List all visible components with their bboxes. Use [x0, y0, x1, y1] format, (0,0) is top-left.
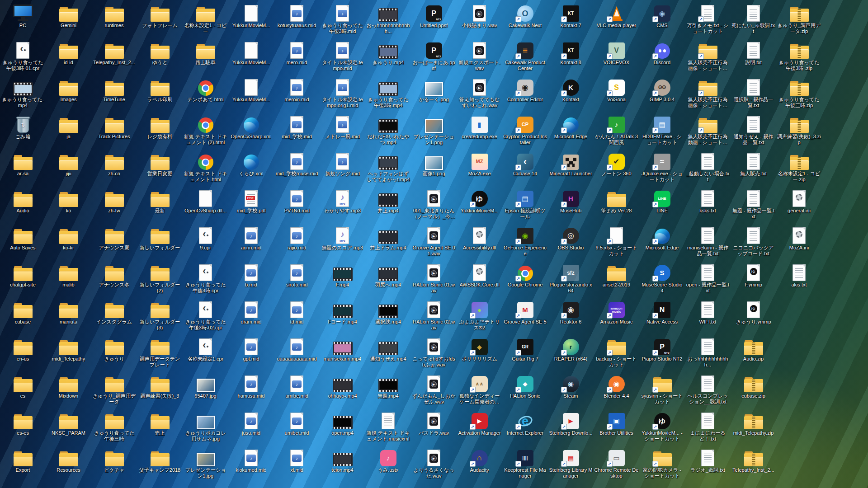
desktop-icon[interactable]: 無題.mp4	[365, 371, 411, 408]
desktop-icon[interactable]: cubase.zip	[731, 371, 776, 408]
desktop-icon[interactable]: PNT2おーばーまにあ.ppsf	[411, 38, 457, 75]
desktop-icon[interactable]: ▤↗HDDFMT.exe - ショートカット	[639, 112, 685, 149]
desktop-icon[interactable]: アナウンス夏	[91, 223, 137, 260]
desktop-icon[interactable]: 説明.txt	[731, 38, 776, 75]
desktop-icon[interactable]: ▶001_東北きりたん（ノーマル）_今じゃ...	[411, 186, 457, 223]
desktop-icon[interactable]: ♪gpt.mid	[228, 334, 274, 371]
desktop-icon[interactable]: Gemini	[46, 0, 91, 38]
desktop-icon[interactable]: YukkuriMovieM...	[228, 0, 274, 38]
desktop-icon[interactable]: ||||↗Keepforest File Manager	[502, 445, 548, 482]
desktop-icon[interactable]: ▤↗Steinberg Library Manager	[548, 445, 594, 482]
desktop-icon[interactable]: ♪sirofo.mid	[274, 260, 320, 297]
desktop-icon[interactable]: ▶答え知っててもむずいわこれ.wav	[457, 75, 502, 112]
desktop-icon[interactable]: ar-sa	[0, 149, 46, 186]
desktop-icon[interactable]: 新規 テキスト ドキュメント.html	[183, 149, 228, 186]
desktop-icon[interactable]: K↗Kontakt	[548, 75, 594, 112]
desktop-icon[interactable]: Export	[0, 445, 46, 482]
desktop-icon[interactable]: ♪uaaaaaaaaaa.mid	[274, 334, 320, 371]
desktop-icon[interactable]: 通知うぜえ - 親作品一覧.txt	[731, 112, 776, 149]
desktop-icon[interactable]: ohhayo-.mp4	[320, 371, 365, 408]
desktop-icon[interactable]: ↗無人販売不正行為画像 - ショートカット	[685, 75, 731, 112]
desktop-icon[interactable]: F.mp4	[320, 260, 365, 297]
desktop-icon[interactable]: 65407.jpg	[183, 371, 228, 408]
desktop-icon[interactable]: ♪xl.mid	[274, 445, 320, 482]
desktop-icon[interactable]: ≡↗Cakewalk Product Center	[502, 38, 548, 75]
desktop-icon[interactable]: airset2-2019	[594, 260, 639, 297]
desktop-icon[interactable]: きゅうり食ってた午後3時 .zip	[776, 38, 822, 75]
desktop-icon[interactable]: general.ini	[776, 186, 822, 223]
desktop-icon[interactable]: 無題 - 親作品一覧.txt	[731, 186, 776, 223]
desktop-icon[interactable]: ♪PVTNd.mid	[274, 186, 320, 223]
desktop-icon[interactable]: ♪タイトル未設定.tempo.mid	[320, 38, 365, 75]
desktop-icon[interactable]: ヘルスコンプレッション__歌詞.txt	[685, 371, 731, 408]
desktop-icon[interactable]: ◆↗ポリリリリズム	[457, 334, 502, 371]
desktop-icon[interactable]: e↗Internet Explorer	[502, 408, 548, 445]
desktop-icon[interactable]: まにまにわーるど！.txt	[685, 408, 731, 445]
desktop-icon[interactable]: ▶こってゅhdすおfdsbふぉ.wav	[411, 334, 457, 371]
desktop-icon[interactable]: ▶↗Activation Manager	[457, 408, 502, 445]
desktop-icon[interactable]: CP↗Crypton Product Installer	[502, 112, 548, 149]
desktop-icon[interactable]: S↗VoiSona	[594, 75, 639, 112]
desktop-icon[interactable]: Resources	[46, 445, 91, 482]
desktop-icon[interactable]: Audio.zip	[731, 334, 776, 371]
desktop-icon[interactable]: ja	[46, 112, 91, 149]
desktop-icon[interactable]: ニコニコバックアップコード.txt	[731, 223, 776, 260]
desktop-icon[interactable]: ♪きゅうり食ってた午後3時.mid	[320, 0, 365, 38]
desktop-icon[interactable]: ∧∧↗孤独なインディーゲーム開発者の一生 ...	[457, 371, 502, 408]
desktop-icon[interactable]: プレゼンテーション1.png	[411, 112, 457, 149]
desktop-icon[interactable]: LINE↗LINE	[639, 186, 685, 223]
desktop-icon[interactable]: open - 親作品一覧.txt	[685, 260, 731, 297]
desktop-icon[interactable]: PNT2↗Piapro Studio NT2	[639, 334, 685, 371]
desktop-icon[interactable]: ♪rajio.mid	[274, 223, 320, 260]
desktop-icon[interactable]: 死にたい_ゅ歌詞.txt	[731, 0, 776, 38]
desktop-icon[interactable]: ↗9.5.xlsx - ショートカット	[594, 223, 639, 260]
desktop-icon[interactable]: ♪aorin.mid	[228, 223, 274, 260]
desktop-icon[interactable]: 調声用データテンプレート	[137, 334, 183, 371]
desktop-icon[interactable]: Telepathy_Inst_2...	[731, 445, 776, 482]
desktop-icon[interactable]: ▶HALion Sonic 01.wav	[411, 260, 457, 297]
desktop-icon[interactable]: r↗REAPER (x64)	[548, 334, 594, 371]
desktop-icon[interactable]: きゅうりボカコレ用サムネ.jpg	[183, 408, 228, 445]
desktop-icon[interactable]: KT↗Kontakt 7	[548, 0, 594, 38]
desktop-icon[interactable]: フォトフレーム	[137, 0, 183, 38]
desktop-icon[interactable]: jijii	[46, 149, 91, 186]
desktop-icon[interactable]: AWSSDK.Core.dll	[457, 260, 502, 297]
desktop-icon[interactable]: ▣↗Brother Utilities	[594, 408, 639, 445]
desktop-icon[interactable]: ♪umibet.mid	[274, 408, 320, 445]
desktop-icon[interactable]: TimeTune	[91, 75, 137, 112]
desktop-icon[interactable]: ‹9.cpr	[183, 223, 228, 260]
desktop-icon[interactable]: ゆうと	[137, 38, 183, 75]
desktop-icon[interactable]: ◉↗CMS	[639, 0, 685, 38]
desktop-icon[interactable]: es	[0, 371, 46, 408]
desktop-icon[interactable]: 筆まめ Ver.28	[594, 186, 639, 223]
desktop-icon[interactable]: ゆF.ymmp	[731, 260, 776, 297]
desktop-icon[interactable]: midi_Telepathy.zip	[731, 408, 776, 445]
desktop-icon[interactable]: 名称未設定1 - コピー	[183, 0, 228, 38]
desktop-icon[interactable]: ▶小銭詰まり.wav	[457, 0, 502, 38]
desktop-icon[interactable]: ‹↗Cubase 14	[502, 149, 548, 186]
desktop-icon[interactable]: ↗Minecraft Launcher	[548, 149, 594, 186]
desktop-icon[interactable]: PNT2Untitled.ppsf	[411, 0, 457, 38]
desktop-icon[interactable]: ♪mid_学校muse.mid	[274, 149, 320, 186]
desktop-icon[interactable]: 調声練習(失敗)_3	[137, 371, 183, 408]
desktop-icon[interactable]: ゆ↗YukkuriMovieM... - ショートカット	[639, 408, 685, 445]
desktop-icon[interactable]: きゅうり_調声用データ.zip	[776, 0, 822, 38]
desktop-icon[interactable]: ♪dram.mid	[228, 297, 274, 334]
desktop-icon[interactable]: YukkuriMovieM...	[228, 38, 274, 75]
desktop-icon[interactable]: ▭↗Chrome Remote Desktop	[594, 445, 639, 482]
desktop-icon[interactable]: 最新	[137, 186, 183, 223]
desktop-icon[interactable]: KT↗Kontakt 8	[548, 38, 594, 75]
desktop-icon[interactable]: ▶よりうるさくなった.wav	[411, 445, 457, 482]
desktop-icon[interactable]: Auto Saves	[0, 223, 46, 260]
desktop-icon[interactable]: ▶↗Steinberg Downlo...	[548, 408, 594, 445]
desktop-icon[interactable]: MZMoZA.exe	[457, 149, 502, 186]
desktop-icon[interactable]: 父子キャンプ2018	[137, 445, 183, 482]
desktop-icon[interactable]: zh-tw	[91, 186, 137, 223]
desktop-icon[interactable]: ≈↗JQuake.exe - ショートカット	[639, 149, 685, 186]
desktop-icon[interactable]: ♪kotusytuaaus.mid	[274, 0, 320, 38]
desktop-icon[interactable]: きゅうり食ってた午後三時.zip	[776, 75, 822, 112]
desktop-icon[interactable]: 新しいフォルダー (2)	[137, 260, 183, 297]
desktop-icon[interactable]: 路上駐車	[183, 38, 228, 75]
desktop-icon[interactable]: ‹きゅうり食ってた午後3時-01.cpr	[0, 38, 46, 75]
desktop-icon[interactable]: きゅうり食ってた午後三時	[91, 408, 137, 445]
